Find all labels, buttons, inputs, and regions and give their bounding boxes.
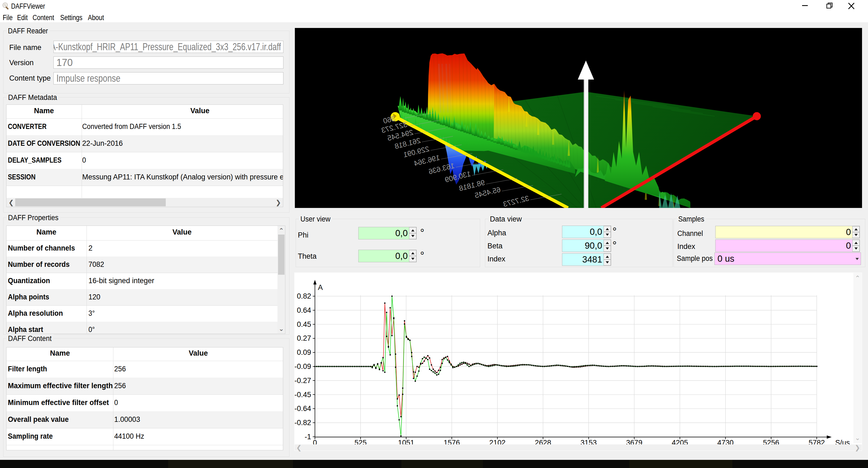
svg-text:0.45: 0.45 bbox=[297, 320, 311, 328]
svg-text:-0.45: -0.45 bbox=[294, 391, 311, 399]
svg-text:-0.27: -0.27 bbox=[294, 377, 311, 385]
svg-text:0.82: 0.82 bbox=[297, 292, 311, 300]
svg-text:-0.82: -0.82 bbox=[294, 418, 311, 427]
svg-text:-1: -1 bbox=[305, 433, 311, 441]
svg-text:0.27: 0.27 bbox=[297, 334, 311, 342]
svg-text:-0.09: -0.09 bbox=[294, 362, 311, 371]
svg-text:A: A bbox=[318, 284, 323, 292]
svg-text:0.64: 0.64 bbox=[297, 306, 311, 314]
svg-text:0.09: 0.09 bbox=[297, 348, 311, 356]
svg-text:-0.64: -0.64 bbox=[294, 405, 311, 413]
